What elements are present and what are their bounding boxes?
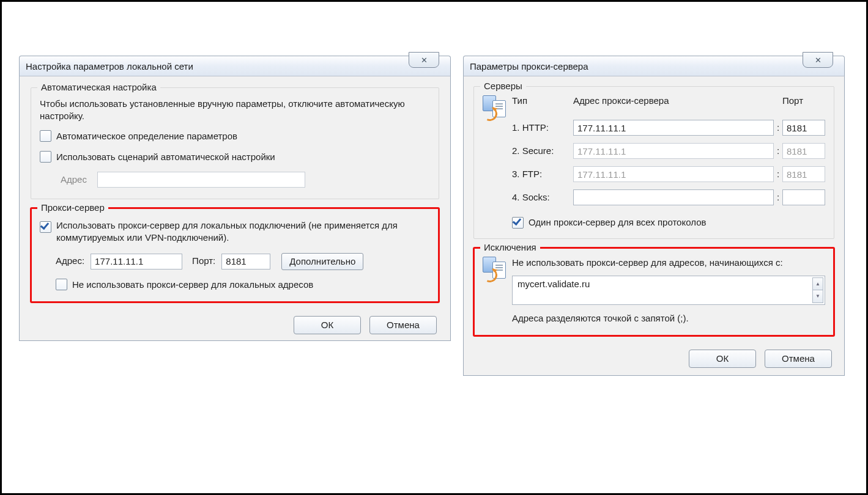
auto-detect-checkbox[interactable] xyxy=(40,130,51,142)
exceptions-note: Не использовать прокси-сервер для адресо… xyxy=(512,257,825,269)
scroll-down-icon[interactable]: ▼ xyxy=(812,290,823,303)
colon-separator: : xyxy=(774,168,782,180)
server-icon xyxy=(483,95,506,120)
col-addr-header: Адрес прокси-сервера xyxy=(573,95,774,106)
colon-separator: : xyxy=(774,122,782,134)
server-port-input: 8181 xyxy=(782,143,825,159)
proxy-address-input[interactable]: 177.11.11.1 xyxy=(91,254,182,270)
exceptions-textarea[interactable]: mycert.validate.ru ▲ ▼ xyxy=(512,276,825,305)
server-port-input[interactable]: 8181 xyxy=(782,120,825,136)
proxy-advanced-window: Параметры прокси-сервера ✕ Серверы Тип xyxy=(463,56,845,376)
auto-config-note: Чтобы использовать установленные вручную… xyxy=(40,98,430,123)
auto-config-group: Автоматическая настройка Чтобы использов… xyxy=(31,87,439,199)
adv-title: Параметры прокси-сервера xyxy=(470,61,588,72)
same-proxy-checkbox[interactable] xyxy=(512,217,524,229)
colon-separator: : xyxy=(774,191,782,204)
exceptions-hint: Адреса разделяются точкой с запятой (;). xyxy=(512,312,825,324)
proxy-legend: Прокси-сервер xyxy=(37,202,108,213)
advanced-button[interactable]: Дополнительно xyxy=(281,253,363,270)
same-proxy-label: Один прокси-сервер для всех протоколов xyxy=(529,216,706,229)
exceptions-value: mycert.validate.ru xyxy=(517,279,590,289)
cancel-button[interactable]: Отмена xyxy=(765,350,832,368)
proxy-port-input[interactable]: 8181 xyxy=(221,254,270,270)
use-proxy-label: Использовать прокси-сервер для локальных… xyxy=(56,219,430,244)
ok-button[interactable]: ОК xyxy=(689,350,756,368)
server-address-input: 177.11.11.1 xyxy=(573,143,774,159)
ok-button[interactable]: ОК xyxy=(294,316,361,334)
bypass-local-label: Не использовать прокси-сервер для локаль… xyxy=(72,279,313,291)
server-port-input[interactable] xyxy=(782,189,825,205)
servers-legend: Серверы xyxy=(480,81,526,91)
server-row-label: 3. FTP: xyxy=(512,168,573,180)
textarea-scroll[interactable]: ▲ ▼ xyxy=(812,277,823,303)
exceptions-group: Исключения Не использовать прокси-сервер… xyxy=(473,248,834,336)
close-icon: ✕ xyxy=(815,56,822,65)
server-address-input[interactable]: 177.11.11.1 xyxy=(573,120,774,136)
script-address-input xyxy=(97,172,305,188)
lan-titlebar: Настройка параметров локальной сети ✕ xyxy=(19,56,451,76)
proxy-port-label: Порт: xyxy=(192,255,215,267)
auto-detect-label: Автоматическое определение параметров xyxy=(56,130,237,142)
bypass-local-checkbox[interactable] xyxy=(56,279,67,290)
exceptions-legend: Исключения xyxy=(480,242,540,252)
server-rows: 1. HTTP:177.11.11.1:81812. Secure:177.11… xyxy=(512,120,825,205)
server-address-input: 177.11.11.1 xyxy=(573,166,774,182)
adv-titlebar: Параметры прокси-сервера ✕ xyxy=(463,56,845,76)
server-row-label: 4. Socks: xyxy=(512,191,573,204)
server-row-label: 1. HTTP: xyxy=(512,122,573,134)
close-icon: ✕ xyxy=(421,56,428,65)
server-icon xyxy=(483,257,506,281)
cancel-button[interactable]: Отмена xyxy=(369,316,437,334)
lan-settings-window: Настройка параметров локальной сети ✕ Ав… xyxy=(19,56,451,341)
col-type-header: Тип xyxy=(512,95,573,106)
auto-config-legend: Автоматическая настройка xyxy=(37,82,160,92)
lan-title: Настройка параметров локальной сети xyxy=(26,61,193,72)
use-proxy-checkbox[interactable] xyxy=(40,221,51,233)
proxy-address-label: Адрес: xyxy=(56,255,84,267)
use-script-label: Использовать сценарий автоматической нас… xyxy=(56,151,275,163)
servers-group: Серверы Тип Адрес прокси-сервера Порт xyxy=(473,86,834,239)
server-port-input: 8181 xyxy=(782,166,825,182)
server-row-label: 2. Secure: xyxy=(512,145,573,157)
use-script-checkbox[interactable] xyxy=(40,151,51,163)
colon-separator: : xyxy=(774,145,782,157)
script-address-label: Адрес xyxy=(61,174,97,186)
close-button[interactable]: ✕ xyxy=(409,52,439,68)
close-button[interactable]: ✕ xyxy=(803,52,833,68)
scroll-up-icon[interactable]: ▲ xyxy=(812,277,823,290)
proxy-group: Прокси-сервер Использовать прокси-сервер… xyxy=(31,208,439,302)
col-port-header: Порт xyxy=(782,95,825,106)
server-address-input[interactable] xyxy=(573,189,774,205)
